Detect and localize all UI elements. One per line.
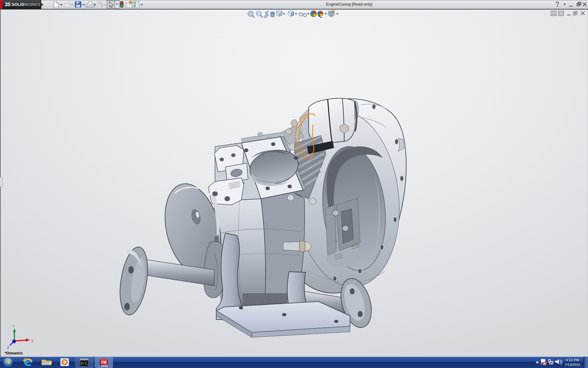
svg-text:SW: SW (101, 360, 107, 365)
svg-text:2015: 2015 (101, 364, 107, 367)
svg-text:C:\_: C:\_ (81, 362, 89, 365)
svg-text:X: X (31, 339, 34, 343)
svg-text:Y: Y (12, 324, 15, 328)
svg-text:Z: Z (7, 346, 9, 349)
